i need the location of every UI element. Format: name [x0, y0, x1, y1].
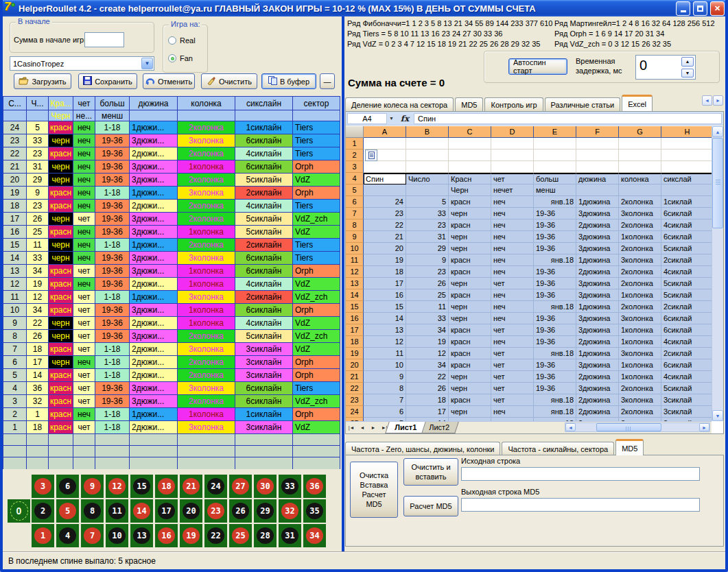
start-sum-input[interactable] — [84, 32, 124, 47]
excel-cell[interactable] — [576, 161, 619, 173]
table-cell[interactable]: 1дюжи... — [130, 187, 178, 200]
excel-cell[interactable]: 25 — [406, 289, 449, 301]
table-cell[interactable]: 3колонка — [178, 291, 235, 304]
casino-combo[interactable]: 1CasinoTropez ▼ — [10, 56, 154, 71]
excel-cell[interactable] — [406, 150, 449, 161]
table-cell[interactable]: 3колонка — [178, 134, 235, 147]
table-cell[interactable] — [49, 446, 73, 457]
excel-cell[interactable]: Черн — [449, 184, 491, 196]
table-cell[interactable]: черн — [49, 356, 73, 369]
table-cell[interactable]: 2дюжи... — [130, 421, 178, 434]
excel-cell[interactable]: чет — [491, 394, 534, 406]
table-cell[interactable]: 4 — [3, 382, 27, 395]
table-cell[interactable]: Tiers — [293, 200, 340, 213]
excel-cell[interactable]: 19-36 — [534, 289, 576, 301]
table-cell[interactable]: 23 — [3, 134, 27, 147]
table-cell[interactable]: 3дюжи... — [130, 160, 178, 174]
table-cell[interactable]: 32 — [27, 395, 49, 408]
excel-row-header-1[interactable]: 1 — [346, 138, 364, 150]
excel-cell[interactable]: 23 — [406, 219, 449, 231]
roulette-cell-17[interactable]: 17 — [155, 499, 178, 523]
excel-row-header-15[interactable]: 15 — [346, 301, 364, 313]
table-cell[interactable]: красн — [49, 408, 73, 421]
excel-cell[interactable]: 19-36 — [534, 336, 576, 348]
table-cell[interactable]: 23 — [27, 147, 49, 160]
excel-row-header-7[interactable]: 7 — [346, 208, 364, 219]
table-cell[interactable]: 19-36 — [95, 200, 130, 213]
excel-cell[interactable]: 19-36 — [534, 231, 576, 243]
roulette-cell-7[interactable]: 7 — [81, 524, 104, 547]
excel-cell[interactable]: черн — [449, 301, 491, 313]
table-cell[interactable]: 6сиклайн — [235, 304, 293, 317]
table-cell[interactable]: 5 — [27, 121, 49, 134]
excel-cell[interactable]: 1колонка — [619, 371, 661, 383]
excel-cell[interactable] — [364, 184, 406, 196]
h-scroll-thumb[interactable] — [596, 423, 661, 431]
excel-row-header-23[interactable]: 23 — [346, 394, 364, 406]
excel-cell[interactable]: чет — [491, 371, 534, 383]
excel-cell[interactable]: 19-36 — [534, 359, 576, 371]
table-cell[interactable]: VdZ_zch — [293, 330, 340, 343]
table-cell[interactable]: 4сиклайн — [235, 278, 293, 291]
table-cell[interactable]: красн — [49, 395, 73, 408]
table-cell[interactable]: черн — [49, 317, 73, 330]
excel-row-header-14[interactable]: 14 — [346, 289, 364, 301]
roulette-cell-32[interactable]: 32 — [279, 499, 301, 523]
excel-cell[interactable] — [619, 161, 661, 173]
table-cell[interactable] — [27, 434, 49, 446]
table-cell[interactable]: Orph — [293, 160, 340, 174]
table-cell[interactable]: 5сиклайн — [235, 330, 293, 343]
excel-col-header-F[interactable]: F — [576, 126, 619, 138]
table-cell[interactable]: 4сиклайн — [235, 200, 293, 213]
excel-cell[interactable]: 2дюжина — [576, 371, 619, 383]
excel-cell[interactable]: 1дюжина — [576, 301, 619, 313]
table-cell[interactable] — [235, 457, 293, 469]
table-cell[interactable]: 1 — [3, 421, 27, 434]
excel-cell[interactable]: 4сиклай — [661, 219, 712, 231]
table-cell[interactable]: 17 — [3, 213, 27, 226]
table-cell[interactable]: чет — [73, 395, 95, 408]
table-cell[interactable]: неч — [73, 278, 95, 291]
table-cell[interactable]: неч — [73, 252, 95, 265]
excel-row-header-17[interactable]: 17 — [346, 324, 364, 336]
table-cell[interactable]: 5 — [3, 369, 27, 382]
excel-cell[interactable]: 34 — [406, 324, 449, 336]
excel-cell[interactable]: янв.18 — [534, 394, 576, 406]
table-cell[interactable] — [3, 434, 27, 446]
roulette-cell-26[interactable]: 26 — [229, 499, 252, 523]
table-cell[interactable]: 6 — [3, 356, 27, 369]
excel-cell[interactable]: чет — [491, 278, 534, 289]
excel-cell[interactable]: 3дюжина — [576, 383, 619, 394]
table-cell[interactable]: 11 — [3, 291, 27, 304]
excel-cell[interactable] — [534, 150, 576, 161]
table-cell[interactable]: 3колонка — [178, 252, 235, 265]
excel-cell[interactable]: 6сиклай — [661, 359, 712, 371]
excel-cell[interactable]: красн — [449, 289, 491, 301]
roulette-cell-3[interactable]: 3 — [32, 475, 54, 498]
roulette-cell-33[interactable]: 33 — [279, 475, 301, 498]
excel-cell[interactable]: 3дюжина — [576, 208, 619, 219]
md5-calc-button[interactable]: Расчет MD5 — [403, 496, 458, 516]
excel-cell[interactable]: 33 — [406, 313, 449, 324]
excel-cell[interactable]: 2сиклай — [661, 348, 712, 359]
save-button[interactable]: Сохранить — [78, 73, 137, 89]
table-cell[interactable]: 1-18 — [95, 239, 130, 252]
excel-cell[interactable]: 5сиклай — [661, 289, 712, 301]
tab-excel[interactable]: Excel — [622, 95, 653, 111]
excel-cell[interactable]: 2дюжина — [576, 266, 619, 278]
table-cell[interactable]: 26 — [27, 213, 49, 226]
excel-cell[interactable]: 15 — [364, 301, 406, 313]
excel-cell[interactable]: 18 — [364, 266, 406, 278]
excel-cell[interactable]: 2колонка — [619, 196, 661, 208]
excel-cell[interactable]: 1колонка — [619, 231, 661, 243]
excel-cell[interactable] — [406, 138, 449, 150]
table-cell[interactable]: чет — [73, 317, 95, 330]
excel-cell[interactable]: неч — [491, 208, 534, 219]
excel-cell[interactable] — [364, 161, 406, 173]
table-cell[interactable]: неч — [73, 200, 95, 213]
excel-cell[interactable]: неч — [491, 289, 534, 301]
roulette-cell-9[interactable]: 9 — [81, 475, 104, 498]
excel-cell[interactable]: 4сиклай — [661, 371, 712, 383]
excel-cell[interactable] — [491, 161, 534, 173]
table-cell[interactable] — [178, 457, 235, 469]
